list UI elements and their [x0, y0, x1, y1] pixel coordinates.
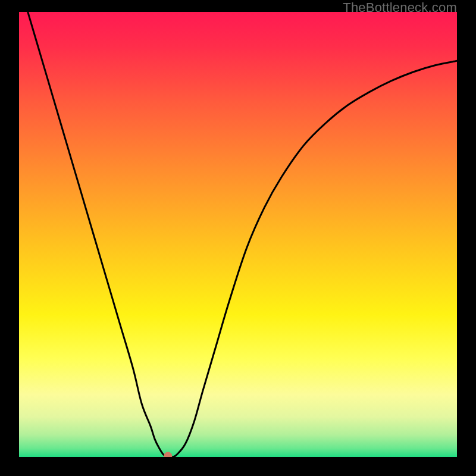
chart-frame	[19, 12, 457, 457]
chart-svg	[19, 12, 457, 457]
chart-background	[19, 12, 457, 457]
